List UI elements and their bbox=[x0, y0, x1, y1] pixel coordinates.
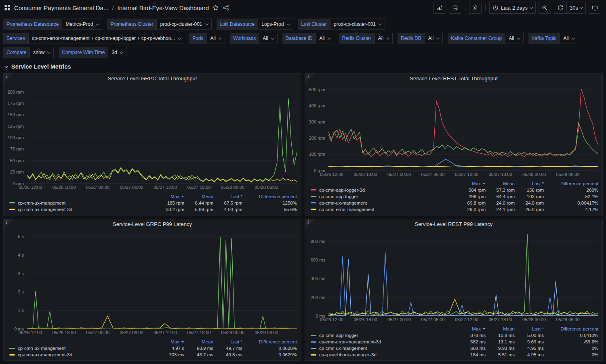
legend-series-name[interactable]: cp-cmn-ux-mangement bbox=[311, 201, 449, 205]
series-line bbox=[328, 159, 598, 167]
variable-loki-cluster: Loki Cluster prod-cp-cluster-001 bbox=[298, 19, 385, 30]
breadcrumb-dashboard-title[interactable]: Consumer Payments General Da... bbox=[14, 4, 108, 11]
bar-chart-plus-icon bbox=[437, 5, 443, 11]
series-line bbox=[328, 123, 598, 156]
legend-column-header[interactable]: Difference percent bbox=[544, 326, 598, 331]
variable-value: All bbox=[263, 36, 268, 41]
legend-stat-value: 504 rpm bbox=[449, 188, 486, 192]
legend-column-header[interactable]: Max bbox=[449, 326, 486, 331]
x-tick-label: 05/27 00:00 bbox=[86, 330, 109, 335]
legend-column-header[interactable]: Max bbox=[148, 194, 184, 199]
star-icon[interactable] bbox=[213, 4, 219, 11]
legend-column-header[interactable]: Mean bbox=[486, 326, 515, 331]
chart-plot-area[interactable] bbox=[27, 232, 297, 329]
prometheus-datasource-select[interactable]: Metrics-Prod bbox=[62, 19, 102, 30]
panel-info-icon[interactable]: i bbox=[4, 73, 13, 83]
zoom-out-time-button[interactable] bbox=[539, 2, 551, 14]
legend-column-header[interactable]: Max bbox=[449, 181, 486, 186]
legend-series-name[interactable]: cp-rp-webhook-manager-3d bbox=[311, 352, 449, 357]
legend-column-header[interactable]: Difference percent bbox=[544, 181, 598, 186]
legend-stat-value: 608 ms bbox=[449, 346, 486, 351]
chart-plot-area[interactable] bbox=[328, 86, 598, 171]
gear-icon bbox=[472, 5, 478, 11]
legend-column-header[interactable]: Difference percent bbox=[242, 194, 297, 199]
loki-cluster-select[interactable]: prod-cp-cluster-001 bbox=[330, 19, 385, 30]
sort-caret-icon bbox=[482, 328, 486, 330]
section-title: Service Level Metrics bbox=[11, 63, 71, 70]
loki-datasource-select[interactable]: Logs-Prod bbox=[258, 19, 293, 30]
breadcrumb-separator: / bbox=[112, 4, 114, 11]
legend-column-header[interactable]: Mean bbox=[184, 339, 213, 344]
chevron-down-icon bbox=[120, 50, 123, 53]
time-range-picker-button[interactable]: Last 2 days bbox=[489, 2, 536, 14]
legend-series-name[interactable]: cp-cmn-ux-mangement-3d bbox=[9, 207, 148, 212]
panel-title[interactable]: Service-Level REST P99 Latency bbox=[305, 219, 602, 230]
kafka-topic-select[interactable]: All bbox=[560, 33, 578, 44]
variable-compare: Compare show bbox=[3, 47, 54, 58]
legend-stat-value: 0% bbox=[544, 352, 598, 357]
chart-svg bbox=[328, 232, 598, 316]
legend-series-name[interactable]: cp-cmn-ux-mangement bbox=[9, 346, 148, 351]
panel-info-icon[interactable]: i bbox=[4, 219, 13, 229]
legend-stat-value: -55.6% bbox=[242, 207, 297, 212]
y-tick-label: 100 rpm bbox=[8, 135, 24, 140]
variable-value: All bbox=[428, 36, 433, 41]
legend-series-name[interactable]: cp-cmn-ux-mangement-3d bbox=[9, 352, 148, 357]
legend-series-name[interactable]: cp-cmn-error-management-3d bbox=[311, 339, 449, 344]
save-dashboard-button[interactable] bbox=[449, 2, 461, 14]
chart-plot-area[interactable] bbox=[27, 86, 297, 184]
legend-column-header[interactable]: Mean bbox=[184, 194, 213, 199]
chevron-down-icon bbox=[436, 36, 440, 39]
pods-select[interactable]: All bbox=[207, 33, 225, 44]
kafka-consumer-group-select[interactable]: All bbox=[505, 33, 523, 44]
redis-db-select[interactable]: All bbox=[425, 33, 443, 44]
panel-title[interactable]: Service-Level GRPC P99 Latency bbox=[4, 219, 301, 230]
chart-plot-area[interactable] bbox=[328, 232, 598, 316]
legend-series-name[interactable]: cp-cmn-app-logger bbox=[311, 333, 449, 338]
compare-select[interactable]: show bbox=[29, 47, 54, 58]
y-tick-label: 125 rpm bbox=[8, 124, 24, 129]
refresh-button[interactable] bbox=[554, 2, 566, 13]
add-panel-button[interactable] bbox=[433, 2, 446, 14]
legend-series-name[interactable]: cp-cmn-app-logger-3d bbox=[311, 188, 449, 192]
legend-column-header[interactable]: Mean bbox=[486, 181, 515, 186]
panel-title[interactable]: Service-Level REST Total Throughput bbox=[305, 73, 602, 84]
y-tick-label: 1 s bbox=[18, 308, 24, 313]
x-tick-label: 05/27 06:00 bbox=[120, 330, 143, 335]
legend-column-header[interactable]: Last * bbox=[213, 339, 242, 344]
apps-grid-icon[interactable] bbox=[4, 4, 11, 11]
legend-series-name[interactable]: cp-cmn-ux-mangement bbox=[311, 346, 449, 351]
section-service-level-metrics[interactable]: Service Level Metrics bbox=[0, 59, 606, 73]
legend-stat-value: 703 ms bbox=[148, 352, 184, 357]
legend-column-header[interactable]: Last * bbox=[515, 326, 544, 331]
x-tick-label: 05/27 00:00 bbox=[387, 172, 411, 177]
chart-svg bbox=[27, 86, 297, 184]
legend-column-header[interactable]: Max bbox=[148, 339, 184, 344]
series-line bbox=[27, 316, 297, 328]
prometheus-cluster-select[interactable]: prod-cp-cluster-001 bbox=[156, 19, 211, 30]
workloads-select[interactable]: All bbox=[259, 33, 277, 44]
series-name-text: cp-cmn-app-logger-3d bbox=[319, 188, 365, 192]
legend-series-name[interactable]: cp-cmn-app-logger bbox=[311, 194, 449, 199]
panel-grpc-total-throughput: i Service-Level GRPC Total Throughput 0 … bbox=[3, 73, 301, 215]
dashboard-settings-button[interactable] bbox=[469, 2, 482, 14]
variable-label: Compare bbox=[3, 47, 29, 58]
panel-info-icon[interactable]: i bbox=[305, 219, 315, 229]
services-select[interactable]: cp-cmn-error-management + cp-cmn-app-log… bbox=[28, 33, 184, 44]
tv-mode-button[interactable] bbox=[589, 2, 601, 14]
legend-column-header[interactable]: Difference percent bbox=[242, 339, 297, 344]
legend-series-name[interactable]: cp-cmn-ux-mangement bbox=[9, 201, 148, 205]
database-id-select[interactable]: All bbox=[316, 33, 334, 44]
panel-title[interactable]: Service-Level GRPC Total Throughput bbox=[4, 73, 301, 84]
refresh-interval-dropdown[interactable]: 30s bbox=[567, 2, 585, 13]
share-icon[interactable] bbox=[223, 4, 229, 11]
legend-stat-value: 6.44 rpm bbox=[184, 201, 213, 205]
legend-stat-value: 9.69 ms bbox=[515, 339, 544, 344]
legend-column-header[interactable]: Last * bbox=[515, 181, 544, 186]
legend-column-header[interactable]: Last * bbox=[213, 194, 242, 199]
legend-series-name[interactable]: cp-cmn-error-management bbox=[311, 207, 449, 212]
compare-with-time-select[interactable]: 3d bbox=[108, 47, 126, 58]
panel-info-icon[interactable]: i bbox=[305, 73, 315, 83]
redis-cluster-select[interactable]: All bbox=[375, 33, 393, 44]
breadcrumb-page-title[interactable]: Internal Bird-Eye-View Dashboard bbox=[118, 4, 209, 11]
